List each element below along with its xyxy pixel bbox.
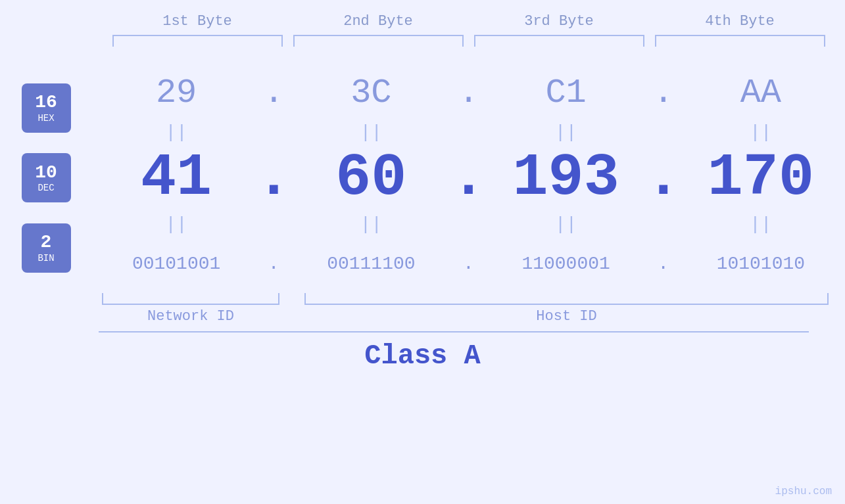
equals1: || <box>92 122 260 143</box>
host-id-label: Host ID <box>304 308 829 325</box>
equals7: || <box>482 214 650 235</box>
hex-byte3-value: C1 <box>545 74 586 112</box>
network-bracket <box>102 293 279 305</box>
top-bracket-3 <box>474 35 644 47</box>
bin-dot3: . <box>650 254 677 274</box>
bin-dot2: . <box>456 254 482 274</box>
byte2-header: 2nd Byte <box>288 13 469 35</box>
hex-byte2-value: 3C <box>350 74 391 112</box>
class-label: Class A <box>0 340 845 372</box>
bin-byte1-cell: 00101001 <box>92 254 260 274</box>
hex-dot3: . <box>650 74 677 112</box>
class-bracket-line <box>99 331 809 332</box>
bottom-section: Network ID Host ID Class A <box>0 293 845 372</box>
network-id-label: Network ID <box>102 308 279 325</box>
byte1-header: 1st Byte <box>107 13 288 35</box>
dec-row: 41 . 60 . 193 . 170 <box>92 145 845 211</box>
host-bracket <box>304 293 829 305</box>
bin-byte3-cell: 11000001 <box>482 254 650 274</box>
hex-dot2: . <box>456 74 482 112</box>
dec-byte2-value: 60 <box>335 145 406 212</box>
dec-byte2-cell: 60 <box>287 145 455 212</box>
bin-row: 00101001 . 00111100 . 11000001 . <box>92 237 845 290</box>
dec-byte4-cell: 170 <box>677 145 845 212</box>
dec-byte1-value: 41 <box>141 145 212 212</box>
bin-badge-number: 2 <box>41 233 52 253</box>
dec-byte4-value: 170 <box>708 145 814 212</box>
hex-badge-label: HEX <box>37 113 54 124</box>
bin-badge-label: BIN <box>37 253 54 263</box>
hex-byte4-value: AA <box>740 74 781 112</box>
bin-byte4-value: 10101010 <box>717 254 805 274</box>
dec-dot3: . <box>650 145 677 212</box>
dec-badge-label: DEC <box>37 183 54 193</box>
dec-byte3-value: 193 <box>513 145 619 212</box>
hex-dot1: . <box>260 74 287 112</box>
main-container: 1st Byte 2nd Byte 3rd Byte 4th Byte 16 H… <box>0 0 845 504</box>
hex-byte1-cell: 29 <box>92 74 260 112</box>
rows-area: 16 HEX 10 DEC 2 BIN 29 . <box>0 66 845 290</box>
hex-byte1-value: 29 <box>156 74 197 112</box>
bin-byte3-value: 11000001 <box>521 254 610 274</box>
dec-dot2: . <box>456 145 482 212</box>
top-bracket-2 <box>293 35 464 47</box>
byte4-header: 4th Byte <box>650 13 831 35</box>
dec-dot1: . <box>260 145 287 212</box>
byte3-header: 3rd Byte <box>469 13 650 35</box>
dec-byte1-cell: 41 <box>92 145 260 212</box>
data-columns: 29 . 3C . C1 . AA <box>92 66 845 290</box>
bin-byte4-cell: 10101010 <box>677 254 845 274</box>
equals5: || <box>92 214 260 235</box>
hex-byte3-cell: C1 <box>482 74 650 112</box>
bin-badge: 2 BIN <box>22 223 71 273</box>
hex-dec-equals-row: || || || || <box>92 119 845 145</box>
hex-badge: 16 HEX <box>22 83 71 133</box>
top-bracket-1 <box>112 35 283 47</box>
hex-byte2-cell: 3C <box>287 74 455 112</box>
byte-headers: 1st Byte 2nd Byte 3rd Byte 4th Byte <box>107 13 831 35</box>
bin-byte1-value: 00101001 <box>132 254 220 274</box>
badges-column: 16 HEX 10 DEC 2 BIN <box>0 66 92 290</box>
equals3: || <box>482 122 650 143</box>
dec-badge: 10 DEC <box>22 153 71 202</box>
hex-byte4-cell: AA <box>677 74 845 112</box>
id-labels-row: Network ID Host ID <box>99 308 829 325</box>
hex-row: 29 . 3C . C1 . AA <box>92 66 845 119</box>
equals6: || <box>287 214 455 235</box>
hex-badge-number: 16 <box>35 93 57 113</box>
bin-byte2-value: 00111100 <box>327 254 415 274</box>
watermark: ipshu.com <box>775 486 832 497</box>
top-bracket-4 <box>655 35 825 47</box>
equals2: || <box>287 122 455 143</box>
dec-byte3-cell: 193 <box>482 145 650 212</box>
dec-badge-number: 10 <box>35 163 57 183</box>
bin-byte2-cell: 00111100 <box>287 254 455 274</box>
equals4: || <box>677 122 845 143</box>
equals8: || <box>677 214 845 235</box>
dec-bin-equals-row: || || || || <box>92 211 845 237</box>
top-brackets <box>107 35 831 47</box>
bin-dot1: . <box>260 254 287 274</box>
